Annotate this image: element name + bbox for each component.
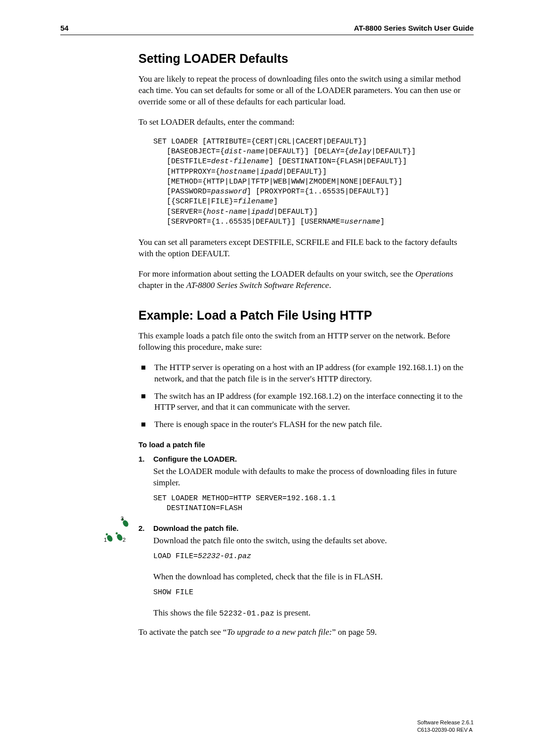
list-item: There is enough space in the router's FL… [138,419,474,430]
code-step1: SET LOADER METHOD=HTTP SERVER=192.168.1.… [153,494,474,514]
procedure-title: To load a patch file [138,440,474,449]
step-label-1: 1 [104,537,107,543]
steps-icon: 1 2 3 [104,517,134,543]
running-head: 54 AT-8800 Series Switch User Guide [60,24,474,32]
code-set-loader: SET LOADER [ATTRIBUTE={CERT|CRL|CACERT|D… [153,137,474,227]
step-text: This shows the file 52232-01.paz is pres… [153,608,474,619]
prereq-list: The HTTP server is operating on a host w… [138,362,474,431]
step-label-2: 2 [123,537,126,543]
step-title: Configure the LOADER. [153,455,474,463]
page-number: 54 [60,24,69,32]
code-step2b: SHOW FILE [153,588,474,598]
xref-link[interactable]: To upgrade to a new patch file: [227,627,332,637]
para-more-info: For more information about setting the L… [138,269,474,291]
step-2: Download the patch file. Download the pa… [138,524,474,619]
section-title-loader-defaults: Setting LOADER Defaults [138,51,474,66]
svg-point-1 [106,533,108,535]
para-intro-2: To set LOADER defaults, enter the comman… [138,117,474,128]
step-text: When the download has completed, check t… [153,571,474,583]
step-title: Download the patch file. [153,524,474,532]
header-rule [60,35,474,35]
svg-point-3 [116,532,118,534]
list-item: The HTTP server is operating on a host w… [138,362,474,385]
code-step2a: LOAD FILE=52232-01.paz [153,552,474,562]
step-text: Set the LOADER module with defaults to m… [153,466,474,489]
step-1: Configure the LOADER. Set the LOADER mod… [138,455,474,514]
section-title-example: Example: Load a Patch File Using HTTP [138,308,474,323]
docnum-line: C613-02039-00 REV A [417,726,474,733]
para-example-intro: This example loads a patch file onto the… [138,331,474,353]
step-text: Download the patch file onto the switch,… [153,535,474,547]
list-item: The switch has an IP address (for exampl… [138,391,474,414]
para-default-note: You can set all parameters except DESTFI… [138,237,474,260]
guide-title: AT-8800 Series Switch User Guide [354,24,474,32]
procedure-steps: Configure the LOADER. Set the LOADER mod… [138,455,474,619]
step-label-3: 3 [121,517,124,521]
page-footer: Software Release 2.6.1 C613-02039-00 REV… [417,719,474,733]
release-line: Software Release 2.6.1 [417,719,474,726]
para-intro-1: You are likely to repeat the process of … [138,74,474,108]
closing-xref: To activate the patch see “To upgrade to… [138,627,474,638]
